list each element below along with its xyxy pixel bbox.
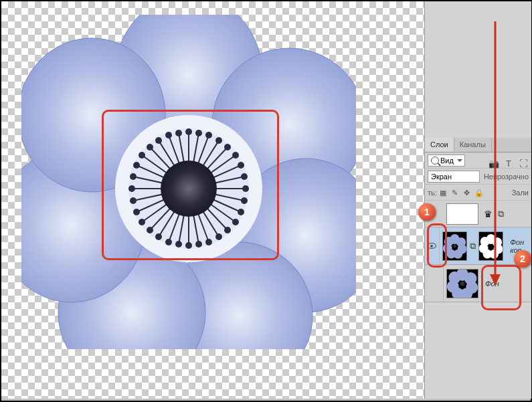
fill-label: Зали xyxy=(512,189,529,197)
svg-point-73 xyxy=(161,161,217,217)
layer-adjustment[interactable]: ♛ ⧉ xyxy=(425,201,531,227)
svg-point-43 xyxy=(224,144,231,150)
svg-point-55 xyxy=(147,144,153,150)
layers-panel: Слои Каналы 📷 T ⛶ Вид Экран Непрозрачно … xyxy=(424,1,531,399)
svg-point-57 xyxy=(195,130,202,136)
tab-layers[interactable]: Слои xyxy=(425,138,454,152)
svg-point-54 xyxy=(133,162,140,169)
annotation-badge-2: 2 xyxy=(514,250,531,268)
svg-point-63 xyxy=(215,233,222,240)
svg-point-65 xyxy=(175,241,182,247)
visibility-toggle[interactable] xyxy=(425,227,440,264)
lock-brush-icon[interactable]: ✎ xyxy=(450,188,460,197)
layer-filter-dropdown[interactable]: Вид xyxy=(428,155,465,167)
svg-point-51 xyxy=(147,227,153,233)
svg-point-49 xyxy=(185,242,192,249)
link-icon[interactable]: ⧉ xyxy=(470,241,476,252)
svg-point-42 xyxy=(205,132,212,138)
layer-background[interactable]: Фон xyxy=(425,265,531,302)
svg-point-60 xyxy=(241,173,248,180)
svg-point-67 xyxy=(139,219,145,225)
svg-point-46 xyxy=(238,209,244,215)
adjustment-thumb xyxy=(446,203,478,225)
filter-mode-label: Вид xyxy=(440,157,454,165)
svg-point-48 xyxy=(205,239,212,245)
svg-point-56 xyxy=(165,132,172,138)
svg-point-80 xyxy=(444,236,453,245)
svg-point-81 xyxy=(453,244,456,247)
layer-thumb[interactable] xyxy=(442,231,467,261)
svg-point-53 xyxy=(128,185,135,192)
annotation-badge-1: 1 xyxy=(418,203,436,221)
svg-point-45 xyxy=(242,185,249,192)
svg-point-41 xyxy=(185,128,192,135)
visibility-toggle[interactable] xyxy=(425,265,444,302)
svg-point-61 xyxy=(241,197,248,204)
svg-point-95 xyxy=(448,271,460,284)
svg-point-59 xyxy=(232,152,239,159)
svg-point-44 xyxy=(238,162,244,169)
svg-point-50 xyxy=(165,239,172,245)
layer-thumb[interactable] xyxy=(446,269,478,298)
lock-pixels-icon[interactable]: ▦ xyxy=(438,188,448,197)
svg-point-52 xyxy=(133,209,140,215)
tool-crop-icon[interactable]: ⛶ xyxy=(518,158,529,169)
svg-point-64 xyxy=(195,241,202,247)
canvas-area[interactable] xyxy=(1,1,424,399)
svg-point-62 xyxy=(232,219,239,225)
svg-point-71 xyxy=(155,137,162,144)
svg-point-66 xyxy=(155,233,162,240)
eye-icon xyxy=(427,243,436,249)
search-icon xyxy=(431,157,439,165)
flower-image xyxy=(21,15,356,349)
blend-mode-dropdown[interactable]: Экран xyxy=(428,171,480,183)
svg-point-72 xyxy=(175,130,182,136)
svg-point-68 xyxy=(130,197,137,204)
svg-marker-98 xyxy=(490,274,501,286)
svg-point-96 xyxy=(460,281,464,285)
svg-point-70 xyxy=(139,152,145,159)
svg-point-69 xyxy=(130,173,137,180)
lock-move-icon[interactable]: ✥ xyxy=(462,188,472,197)
svg-point-58 xyxy=(215,137,222,144)
svg-point-47 xyxy=(224,227,231,233)
lock-label: ть: xyxy=(428,189,437,197)
annotation-arrow xyxy=(482,21,509,289)
